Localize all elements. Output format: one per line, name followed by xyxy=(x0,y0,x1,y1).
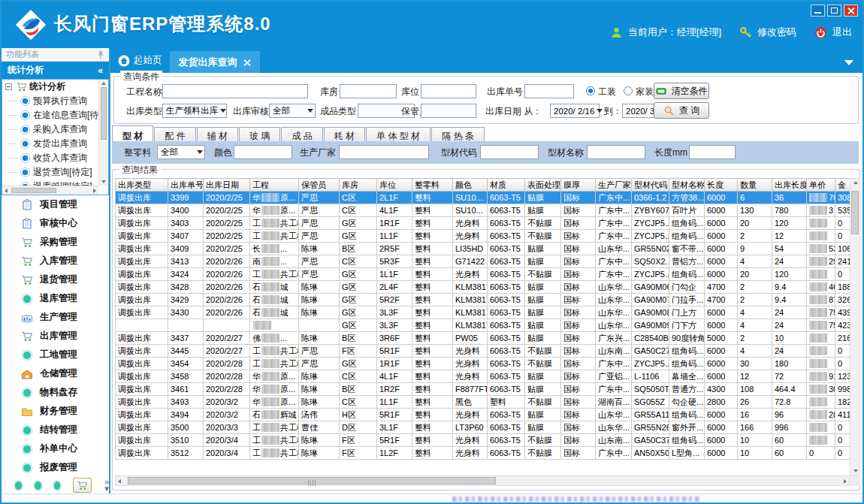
column-header[interactable]: 材质 xyxy=(488,179,525,192)
clear-conditions-button[interactable]: 清空条件 xyxy=(654,83,709,99)
column-header[interactable]: 数量 xyxy=(738,179,772,192)
table-row[interactable]: 调拨出库34292020/2/26石城陈琳G区5R2F整料KLM38176063… xyxy=(116,294,850,306)
module-dot-icon[interactable] xyxy=(54,481,61,490)
module-cart-button[interactable] xyxy=(73,478,91,493)
column-header[interactable]: 库房 xyxy=(340,179,377,192)
table-row[interactable]: 调拨出库34072020/2/25工共工程严思G区1L1F整料光身料6063-T… xyxy=(116,230,850,243)
sidebar-item-warehouse[interactable]: 仓储管理 xyxy=(2,364,109,383)
sidebar-item-clipboard[interactable]: 项目管理 xyxy=(2,195,109,214)
column-header[interactable]: 长度 xyxy=(705,179,738,192)
table-row[interactable]: 调拨出库34242020/2/26工共工程严思G区1L1F整料光身料6063-T… xyxy=(116,268,850,281)
sidebar-item-chart[interactable]: 生产管理 xyxy=(2,308,109,327)
table-row[interactable]: 调拨出库34282020/2/26石城陈琳G区2L4F整料KLM38176063… xyxy=(116,281,850,294)
close-button[interactable] xyxy=(844,5,858,17)
order-no-input[interactable] xyxy=(524,84,574,98)
table-row[interactable]: 调拨出库34302020/2/26石城陈琳G区3L3F整料KLM38176063… xyxy=(116,306,850,319)
tab-list-dropdown-icon[interactable] xyxy=(844,60,853,65)
tree-item[interactable]: 采购入库查询 xyxy=(2,122,98,137)
whole-part-dropdown[interactable]: 全部 xyxy=(157,145,205,159)
location-input[interactable] xyxy=(421,84,476,98)
maximize-button[interactable] xyxy=(827,5,841,17)
tab-close-icon[interactable] xyxy=(243,59,251,66)
column-header[interactable]: 颜色 xyxy=(453,179,488,192)
table-row[interactable]: 调拨出库34372020/2/27佛...陈琳B区3R6F整料PW056063-… xyxy=(116,332,850,345)
column-header[interactable]: 整零料 xyxy=(412,179,453,192)
tree-item[interactable]: 退库管理[待定] xyxy=(2,180,98,186)
tree-item[interactable]: 退货查询[待定] xyxy=(2,165,98,180)
radio-home-install[interactable] xyxy=(624,86,633,95)
warehouse-input[interactable] xyxy=(340,84,397,98)
tree-item[interactable]: 在途信息查询[待 xyxy=(2,108,98,122)
table-row[interactable]: 调拨出库34612020/2/28华原...陈琳B区1R2F整料F8877FT6… xyxy=(116,383,850,396)
scroll-right-icon[interactable] xyxy=(844,479,847,484)
scroll-thumb[interactable] xyxy=(851,191,859,234)
tree-item[interactable]: 收货入库查询 xyxy=(2,151,98,165)
profile-name-input[interactable] xyxy=(587,145,645,159)
column-header[interactable]: 单价 xyxy=(807,179,835,192)
scroll-right-icon[interactable] xyxy=(93,189,96,193)
table-row[interactable]: 调拨出库34132020/2/26南...严思C区5R3F整料G71422606… xyxy=(116,255,850,268)
sidebar-item-dot[interactable]: 报废管理 xyxy=(2,458,109,477)
search-button[interactable]: 查 询 xyxy=(654,102,709,119)
pin-icon[interactable] xyxy=(97,50,104,59)
table-row[interactable]: 调拨出库35002020/3/3工共工程曹佳D区3L1F整料LT3P606063… xyxy=(116,421,850,434)
table-row[interactable]: 调拨出库35122020/3/4工共工程陈琳F区1L2F整料光身料6063-T5… xyxy=(116,447,850,460)
sidebar-item-dot[interactable]: 退库管理 xyxy=(2,289,109,308)
sidebar-item-cart[interactable]: 出库管理 xyxy=(2,327,109,346)
sidebar-item-clipboard[interactable]: 审核中心 xyxy=(2,214,109,233)
audit-dropdown[interactable]: 全部 xyxy=(269,104,316,118)
sidebar-item-dot[interactable]: 结转管理 xyxy=(2,421,109,439)
sidebar-item-dot[interactable]: 工地管理 xyxy=(2,346,109,364)
column-header[interactable]: 生产厂家 xyxy=(596,179,632,192)
table-row[interactable]: 调拨出库34092020/2/25长...陈琳B区2R5F整料LI35HD606… xyxy=(116,243,850,255)
table-row[interactable]: 调拨出库34032020/2/25工共工程严思G区1R1F整料光身料6063-T… xyxy=(116,217,850,230)
module-dot-icon[interactable] xyxy=(35,481,41,490)
tree-vertical-scrollbar[interactable] xyxy=(98,80,108,186)
radio-work-install[interactable] xyxy=(586,86,595,95)
column-header[interactable]: 出库长度 xyxy=(772,179,807,192)
collapse-icon[interactable]: « xyxy=(98,65,103,76)
manufacturer-input[interactable] xyxy=(339,145,429,159)
sidebar-item-folder[interactable]: 财务管理 xyxy=(2,402,109,421)
scroll-thumb[interactable] xyxy=(128,477,496,484)
table-row[interactable]: 调拨出库34942020/3/2石辉城汤伟H区5R1F整料光身料6063-T5贴… xyxy=(116,409,850,421)
table-row[interactable]: 调拨出库34002020/2/25华原...严思C区4L1F整料SU10...6… xyxy=(116,204,850,217)
tree-item[interactable]: 预算执行查询 xyxy=(2,94,98,108)
tab-shipment-query[interactable]: 发货出库查询 xyxy=(170,51,260,73)
scroll-left-icon[interactable] xyxy=(118,479,121,484)
out-type-dropdown[interactable]: 生产领料出库 xyxy=(162,104,227,118)
scroll-thumb[interactable] xyxy=(101,87,107,140)
module-dot-icon[interactable] xyxy=(15,481,22,490)
tree-horizontal-scrollbar[interactable] xyxy=(2,186,98,195)
minimize-button[interactable] xyxy=(811,5,825,17)
table-row[interactable]: 调拨出库34542020/2/28工共工程严思G区1R1F整料光身料6063-T… xyxy=(116,358,850,370)
table-row[interactable]: 调拨出库35102020/3/4工共工程陈琳F区5R1F整料光身料6063-T5… xyxy=(116,434,850,447)
table-row[interactable]: 调拨出库33992020/2/25华原...严思C区2L1F整料SU10...6… xyxy=(116,192,850,204)
table-row[interactable]: 调拨出库34452020/2/27工共工程严思F区5R1F整料光身料6063-T… xyxy=(116,345,850,358)
column-header[interactable]: 表面处理 xyxy=(525,179,561,192)
column-header[interactable]: 保管员 xyxy=(299,179,340,192)
sidebar-group-header[interactable]: 统计分析 « xyxy=(2,62,109,79)
table-row[interactable]: G区3L3F整料KLM38176063-T5贴膜国标山东华...GA90M09.… xyxy=(116,319,850,332)
table-horizontal-scrollbar[interactable] xyxy=(115,475,850,486)
column-header[interactable]: 出库日期 xyxy=(204,179,250,192)
scroll-up-icon[interactable] xyxy=(101,82,106,85)
scroll-up-icon[interactable] xyxy=(853,181,858,184)
column-header[interactable]: 膜厚 xyxy=(561,179,596,192)
table-row[interactable]: 调拨出库34582020/2/28华原...陈琳C区4L1F整料光身料6063-… xyxy=(116,370,850,383)
table-vertical-scrollbar[interactable] xyxy=(850,178,860,475)
change-password-link[interactable]: 修改密码 xyxy=(757,26,796,39)
tree-item[interactable]: 发货出库查询 xyxy=(2,137,98,151)
column-header[interactable]: 型材代码 xyxy=(632,179,669,192)
column-header[interactable]: 出库类型 xyxy=(116,179,168,192)
logout-link[interactable]: 退出 xyxy=(832,26,852,39)
table-row[interactable]: 调拨出库34932020/3/2华原...陈琳C区1L1F整料黑色塑料不贴膜国标… xyxy=(116,396,850,409)
color-input[interactable] xyxy=(234,145,292,159)
sidebar-item-cart[interactable]: 采购管理 xyxy=(2,233,109,252)
column-header[interactable]: 库位 xyxy=(377,179,412,192)
sidebar-item-dot[interactable]: 物料盘存 xyxy=(2,383,109,402)
keeper-input[interactable] xyxy=(421,104,476,118)
scroll-down-icon[interactable] xyxy=(853,469,858,472)
column-header[interactable]: 工程 xyxy=(250,179,299,192)
length-input[interactable] xyxy=(689,145,736,159)
